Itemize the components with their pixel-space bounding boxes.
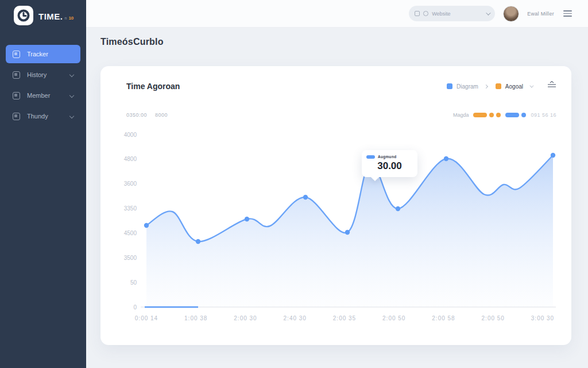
- avatar[interactable]: [503, 6, 519, 22]
- sidebar-item-label: History: [27, 71, 47, 78]
- sidebar-item-tracker[interactable]: Tracker: [6, 45, 80, 63]
- x-tick-label: 2:00 35: [333, 315, 356, 321]
- grid-icon: [415, 11, 420, 16]
- menu-icon[interactable]: [562, 8, 573, 19]
- sidebar-nav: Tracker History Member Thundy: [0, 45, 86, 125]
- area-chart[interactable]: 4000480036003350450035005000:00 141:00 3…: [100, 66, 571, 345]
- y-tick-label: 50: [130, 279, 137, 286]
- member-icon: [13, 92, 20, 99]
- chevron-down-icon: [69, 93, 74, 98]
- y-tick-label: 4000: [124, 132, 137, 138]
- data-point[interactable]: [245, 217, 249, 221]
- x-tick-label: 2:00 50: [482, 315, 505, 321]
- x-tick-label: 3:00 30: [531, 315, 554, 321]
- x-tick-label: 2:00 58: [432, 315, 455, 321]
- history-icon: [13, 71, 20, 79]
- chevron-down-icon: [69, 114, 74, 118]
- data-point[interactable]: [303, 195, 308, 200]
- y-tick-label: 0: [133, 304, 137, 310]
- y-tick-label: 3350: [124, 205, 137, 212]
- logo-badge: 10: [68, 16, 74, 21]
- user-name: Ewal Miller: [527, 11, 554, 17]
- sidebar: TIME. n 10 Tracker History Member Thundy: [0, 0, 86, 368]
- chart-tooltip: Augmund 30.00: [362, 150, 417, 177]
- search-icon: [423, 11, 428, 16]
- search-select[interactable]: Website: [409, 6, 495, 21]
- data-point[interactable]: [345, 230, 350, 235]
- sidebar-item-thundy[interactable]: Thundy: [6, 107, 80, 125]
- app-logo-icon: [14, 6, 33, 28]
- data-point[interactable]: [396, 206, 400, 211]
- page-title: TimeósCurblo: [100, 37, 164, 47]
- logo: TIME. n 10: [0, 0, 86, 28]
- y-tick-label: 4500: [124, 230, 137, 236]
- chart-card: Time Agoroan Diagram Aogoal: [100, 66, 571, 345]
- x-tick-label: 2:00 50: [382, 315, 405, 321]
- tracker-icon: [13, 51, 20, 58]
- y-tick-label: 3500: [124, 255, 137, 261]
- y-tick-label: 3600: [124, 181, 137, 187]
- x-tick-label: 0:00 14: [135, 315, 158, 321]
- data-point[interactable]: [196, 239, 200, 244]
- sidebar-item-label: Tracker: [27, 51, 48, 57]
- sidebar-item-member[interactable]: Member: [6, 86, 80, 105]
- chevron-down-icon: [486, 10, 490, 15]
- search-placeholder: Website: [432, 11, 450, 17]
- sidebar-item-history[interactable]: History: [6, 66, 80, 84]
- tooltip-value: 30.00: [366, 160, 413, 172]
- app-title: TIME.: [38, 12, 63, 21]
- tooltip-label: Augmund: [378, 155, 396, 159]
- thundy-icon: [13, 113, 20, 120]
- sidebar-item-label: Thundy: [27, 113, 48, 120]
- x-tick-label: 2:00 30: [234, 315, 257, 321]
- sidebar-item-label: Member: [27, 92, 50, 99]
- tooltip-series-pill: [366, 155, 375, 159]
- data-point[interactable]: [551, 153, 555, 158]
- data-point[interactable]: [144, 223, 149, 228]
- data-point[interactable]: [444, 156, 448, 161]
- y-tick-label: 4800: [124, 156, 137, 162]
- top-header: Website Ewal Miller: [86, 0, 588, 28]
- chevron-down-icon: [69, 72, 74, 77]
- x-tick-label: 2:40 30: [284, 315, 307, 321]
- x-tick-label: 1:00 38: [184, 315, 207, 321]
- logo-suffix: n: [65, 16, 67, 20]
- chart-area: 4000480036003350450035005000:00 141:00 3…: [100, 66, 571, 345]
